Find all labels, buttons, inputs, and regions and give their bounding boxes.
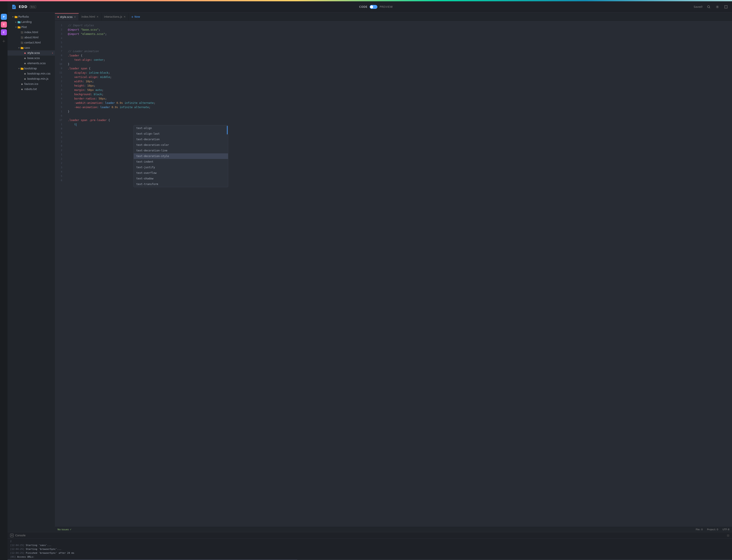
- autocomplete-item[interactable]: text-decoration-color: [134, 142, 228, 148]
- code-line: [68, 114, 267, 118]
- sidebar-label-style-scss: style.scss: [27, 51, 51, 54]
- sidebar-item-bootstrap[interactable]: ▼ bootstrap: [8, 66, 55, 71]
- file-icon: ⬛: [20, 41, 23, 44]
- sidebar-item-bootstrap-js[interactable]: ▶ ■ bootstrap.min.js: [8, 76, 55, 81]
- code-line: -webkit-animation: loader 0.9s infinite …: [68, 101, 267, 105]
- sidebar-item-contact-html[interactable]: ▶ ⬛ contact.html: [8, 40, 55, 45]
- code-line: // Loader animation: [68, 49, 267, 53]
- tab-close-index-html[interactable]: ✕: [96, 16, 99, 18]
- tab-label-interactions-js: interactions.js: [104, 15, 122, 18]
- sidebar-item-elements-scss[interactable]: ▶ ■ elements.scss: [8, 61, 55, 66]
- header-center: CODE PREVIEW: [58, 5, 267, 9]
- code-line: border-radius: 50px;: [68, 96, 267, 101]
- autocomplete-item[interactable]: text-shadow: [134, 176, 228, 181]
- sidebar-label-favicon: favicon.ico: [24, 82, 53, 86]
- code-line: height: 10px;: [68, 84, 267, 88]
- tab-close-style-scss[interactable]: ✕: [74, 16, 76, 18]
- autocomplete-dropdown[interactable]: text-align text-align-last text-decorati…: [134, 125, 228, 187]
- autocomplete-item[interactable]: text-align: [134, 125, 228, 131]
- autocomplete-item[interactable]: text-transform: [134, 181, 228, 187]
- folder-icon: [20, 46, 23, 49]
- tab-style-scss[interactable]: style.scss ✕: [55, 13, 79, 20]
- code-line: // Import styles: [68, 23, 267, 28]
- autocomplete-item[interactable]: text-decoration: [134, 137, 228, 142]
- plus-icon: +: [131, 15, 134, 19]
- new-tab-button[interactable]: + New: [129, 13, 143, 20]
- code-line: width: 10px;: [68, 79, 267, 84]
- editor-area: style.scss ✕ index.html ✕ interactions.j…: [55, 12, 267, 198]
- beta-badge: Beta: [30, 5, 36, 8]
- sidebar-item-base-scss[interactable]: ▶ ■ base.scss: [8, 56, 55, 61]
- arrow-icon: ▼: [11, 15, 14, 18]
- sidebar-label-index-html: index.html: [24, 31, 53, 34]
- tabs-bar: style.scss ✕ index.html ✕ interactions.j…: [55, 12, 267, 21]
- arrow-icon: ▼: [14, 26, 17, 29]
- sidebar-item-favicon[interactable]: ▶ ■ favicon.ico: [8, 81, 55, 87]
- file-icon: ■: [23, 51, 26, 54]
- code-line: -moz-animation: loader 0.9s infinite alt…: [68, 105, 267, 109]
- sidebar-item-style-scss[interactable]: ▶ ■ style.scss •: [8, 50, 55, 56]
- sidebar-item-robots[interactable]: ▶ ■ robots.txt: [8, 87, 55, 92]
- arrow-icon: ▶: [14, 20, 17, 23]
- tab-label-index-html: index.html: [81, 15, 95, 18]
- modified-dot: •: [52, 52, 53, 54]
- app-title: EDD: [19, 5, 28, 9]
- activity-item-t[interactable]: T: [1, 22, 7, 28]
- folder-icon: [20, 67, 23, 70]
- sidebar-label-portfolio: Porftolio: [18, 15, 53, 18]
- arrow-icon: ▼: [17, 46, 20, 49]
- sidebar-label-landing: Landing: [21, 20, 53, 23]
- sidebar-label-robots: robots.txt: [24, 88, 53, 91]
- add-workspace-button[interactable]: +: [1, 38, 7, 44]
- code-line: vertical-align: middle;: [68, 75, 267, 79]
- code-line: }: [68, 62, 267, 66]
- file-icon: ■: [23, 57, 26, 60]
- activity-item-p[interactable]: P: [1, 14, 7, 20]
- logo-icon: [11, 4, 17, 10]
- autocomplete-item[interactable]: text-overflow: [134, 170, 228, 176]
- sidebar-label-bootstrap-css: bootstrap.min.css: [27, 72, 53, 75]
- file-icon: ■: [23, 72, 26, 75]
- code-line: margin: 50px auto;: [68, 88, 267, 92]
- sidebar-item-bootstrap-css[interactable]: ▶ ■ bootstrap.min.css: [8, 71, 55, 76]
- code-line: [68, 40, 267, 45]
- code-line: .loader {: [68, 53, 267, 58]
- tab-index-html[interactable]: index.html ✕: [79, 13, 101, 20]
- autocomplete-item[interactable]: text-align-last: [134, 131, 228, 137]
- autocomplete-item[interactable]: text-decoration-line: [134, 148, 228, 153]
- code-line: background: black;: [68, 92, 267, 96]
- sidebar-item-pilot[interactable]: ▼ Pilot: [8, 25, 55, 30]
- sidebar-item-landing[interactable]: ▶ Landing: [8, 19, 55, 25]
- code-line: }: [68, 109, 267, 114]
- file-icon: ■: [23, 77, 26, 80]
- new-tab-label: New: [134, 15, 140, 18]
- app-container: EDD Beta CODE PREVIEW Saved!: [8, 1, 267, 198]
- code-line: [68, 36, 267, 40]
- folder-icon: [17, 26, 20, 29]
- autocomplete-item[interactable]: text-justify: [134, 165, 228, 170]
- logo-area: EDD Beta: [11, 4, 58, 10]
- sidebar-label-pilot: Pilot: [21, 26, 53, 29]
- autocomplete-item-selected[interactable]: text-decoration-style: [134, 153, 228, 159]
- tab-close-interactions-js[interactable]: ✕: [124, 16, 126, 18]
- sidebar-item-sass[interactable]: ▼ sass: [8, 45, 55, 50]
- code-editor[interactable]: 1 2 3 4 5 6 7 8 9 10 0 11 1 2 1 3 1: [55, 21, 267, 198]
- file-icon: ⬛: [20, 36, 23, 39]
- sidebar-item-index-html[interactable]: ▶ ⬛ index.html: [8, 30, 55, 35]
- sidebar-item-about-html[interactable]: ▶ ⬛ about.html: [8, 35, 55, 40]
- folder-icon: [17, 20, 20, 23]
- sidebar-label-bootstrap: bootstrap: [24, 67, 53, 70]
- sidebar-label-bootstrap-js: bootstrap.min.js: [27, 77, 53, 80]
- code-line: display: inline-block;: [68, 71, 267, 75]
- activity-item-c[interactable]: C: [1, 29, 7, 35]
- code-line: @import "base.scss";: [68, 28, 267, 32]
- file-icon: ■: [20, 82, 23, 86]
- sidebar: ▼ Porftolio ▶ Landing ▼ Pilot: [8, 12, 55, 198]
- code-line: @import "elements.scss";: [68, 32, 267, 36]
- sidebar-item-portfolio[interactable]: ▼ Porftolio: [8, 14, 55, 19]
- autocomplete-scrollbar: [227, 126, 228, 134]
- code-line: [68, 45, 267, 49]
- tab-interactions-js[interactable]: interactions.js ✕: [101, 13, 129, 20]
- sidebar-label-contact-html: contact.html: [24, 41, 53, 44]
- autocomplete-item[interactable]: text-indent: [134, 159, 228, 165]
